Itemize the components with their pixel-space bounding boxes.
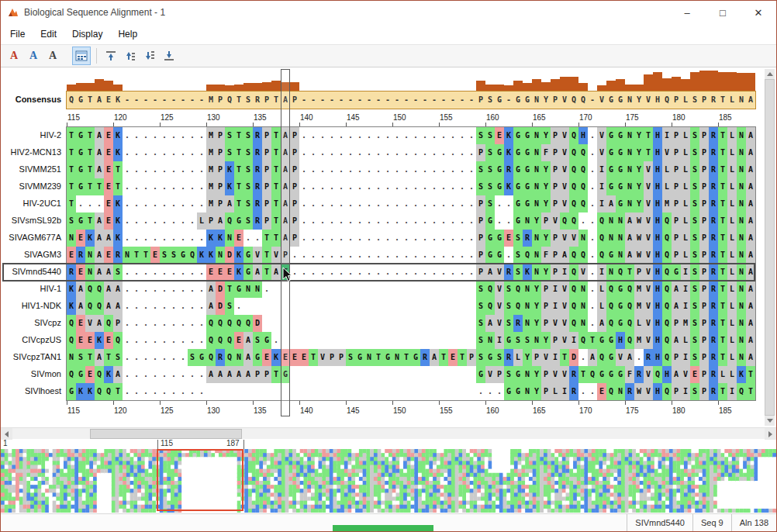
residue-cell[interactable]: N	[523, 281, 532, 298]
residue-cell[interactable]: .	[318, 230, 327, 247]
residue-cell[interactable]: .	[169, 315, 178, 332]
residue-cell[interactable]: .	[123, 195, 132, 212]
residue-cell[interactable]: .	[95, 195, 104, 212]
residue-cell[interactable]: .	[392, 247, 402, 264]
residue-cell[interactable]: A	[104, 281, 113, 298]
residue-cell[interactable]: H	[653, 349, 662, 366]
residue-cell[interactable]: S	[188, 349, 197, 366]
residue-cell[interactable]: T	[262, 247, 271, 264]
residue-cell[interactable]: P	[672, 247, 681, 264]
residue-cell[interactable]	[383, 315, 392, 332]
residue-cell[interactable]: T	[718, 92, 727, 109]
residue-cell[interactable]: L	[727, 315, 737, 332]
residue-cell[interactable]: .	[392, 195, 402, 212]
residue-cell[interactable]: -	[318, 92, 327, 109]
residue-cell[interactable]: K	[234, 247, 243, 264]
residue-cell[interactable]: Q	[578, 247, 588, 264]
residue-cell[interactable]: .	[188, 315, 197, 332]
residue-cell[interactable]: G	[606, 332, 616, 349]
menu-help[interactable]: Help	[110, 26, 145, 43]
residue-cell[interactable]: S	[690, 212, 699, 230]
residue-cell[interactable]: I	[681, 383, 690, 400]
residue-cell[interactable]: P	[290, 178, 299, 195]
residue-cell[interactable]: A	[606, 195, 616, 212]
residue-cell[interactable]: L	[727, 92, 737, 109]
residue-cell[interactable]	[271, 383, 281, 400]
residue-cell[interactable]: S	[690, 144, 699, 161]
residue-cell[interactable]: I	[560, 383, 569, 400]
residue-cell[interactable]: A	[243, 332, 253, 349]
residue-cell[interactable]: R	[644, 349, 653, 366]
residue-cell[interactable]: Q	[560, 212, 569, 230]
residue-cell[interactable]: E	[597, 383, 606, 400]
residue-cell[interactable]: N	[532, 144, 541, 161]
residue-cell[interactable]: .	[495, 212, 504, 230]
residue-cell[interactable]: .	[178, 144, 188, 161]
residue-cell[interactable]: .	[346, 195, 355, 212]
residue-cell[interactable]: T	[560, 349, 569, 366]
residue-cell[interactable]: G	[513, 161, 523, 178]
residue-cell[interactable]: A	[746, 144, 755, 161]
residue-cell[interactable]	[364, 315, 374, 332]
residue-cell[interactable]: .	[160, 332, 169, 349]
residue-cell[interactable]: Q	[216, 332, 225, 349]
residue-cell[interactable]: V	[644, 212, 653, 230]
residue-cell[interactable]	[420, 383, 430, 400]
residue-cell[interactable]: .	[346, 247, 355, 264]
residue-cell[interactable]: S	[476, 315, 485, 332]
residue-cell[interactable]: G	[513, 92, 523, 109]
residue-cell[interactable]	[430, 315, 439, 332]
residue-cell[interactable]: .	[169, 281, 178, 298]
residue-cell[interactable]: N	[737, 127, 746, 144]
residue-cell[interactable]: V	[681, 366, 690, 383]
residue-cell[interactable]: K	[206, 230, 216, 247]
residue-cell[interactable]: N	[532, 127, 541, 144]
residue-cell[interactable]: .	[132, 195, 141, 212]
residue-cell[interactable]: P	[551, 92, 560, 109]
residue-cell[interactable]: .	[588, 383, 597, 400]
residue-cell[interactable]: R	[709, 298, 718, 315]
residue-cell[interactable]: V	[85, 315, 95, 332]
residue-cell[interactable]: Q	[113, 332, 123, 349]
residue-cell[interactable]: .	[439, 230, 448, 247]
residue-cell[interactable]: .	[588, 212, 597, 230]
residue-cell[interactable]: N	[532, 161, 541, 178]
sequence-name[interactable]: HIV-1	[1, 280, 66, 297]
residue-cell[interactable]: S	[690, 332, 699, 349]
residue-cell[interactable]: Q	[662, 349, 672, 366]
residue-cell[interactable]: .	[346, 144, 355, 161]
residue-cell[interactable]: .	[178, 230, 188, 247]
sequence-row[interactable]: T...EK.........MPATSRPTAP...............…	[67, 195, 755, 212]
residue-cell[interactable]: Q	[662, 230, 672, 247]
residue-cell[interactable]	[392, 281, 402, 298]
residue-cell[interactable]: N	[737, 281, 746, 298]
residue-cell[interactable]: R	[216, 349, 225, 366]
residue-cell[interactable]: .	[458, 212, 467, 230]
residue-cell[interactable]: P	[290, 92, 299, 109]
residue-cell[interactable]: Q	[67, 366, 76, 383]
residue-cell[interactable]: -	[141, 92, 150, 109]
residue-cell[interactable]: .	[420, 212, 430, 230]
horizontal-scrollbar[interactable]	[1, 427, 776, 439]
residue-cell[interactable]: .	[309, 212, 318, 230]
residue-cell[interactable]: .	[132, 230, 141, 247]
residue-cell[interactable]: Y	[634, 92, 644, 109]
residue-cell[interactable]: Q	[578, 161, 588, 178]
residue-cell[interactable]: P	[327, 349, 337, 366]
residue-cell[interactable]	[318, 281, 327, 298]
residue-cell[interactable]: A	[216, 212, 225, 230]
residue-cell[interactable]	[309, 383, 318, 400]
residue-cell[interactable]: .	[150, 315, 160, 332]
residue-cell[interactable]: T	[718, 195, 727, 212]
residue-cell[interactable]: .	[495, 195, 504, 212]
residue-cell[interactable]: .	[458, 127, 467, 144]
residue-cell[interactable]: .	[420, 161, 430, 178]
residue-cell[interactable]: .	[188, 332, 197, 349]
residue-cell[interactable]: P	[532, 349, 541, 366]
residue-cell[interactable]	[430, 383, 439, 400]
residue-cell[interactable]: .	[160, 161, 169, 178]
residue-cell[interactable]	[206, 383, 216, 400]
residue-cell[interactable]: .	[327, 144, 337, 161]
residue-cell[interactable]: .	[123, 298, 132, 315]
residue-cell[interactable]: T	[271, 212, 281, 230]
